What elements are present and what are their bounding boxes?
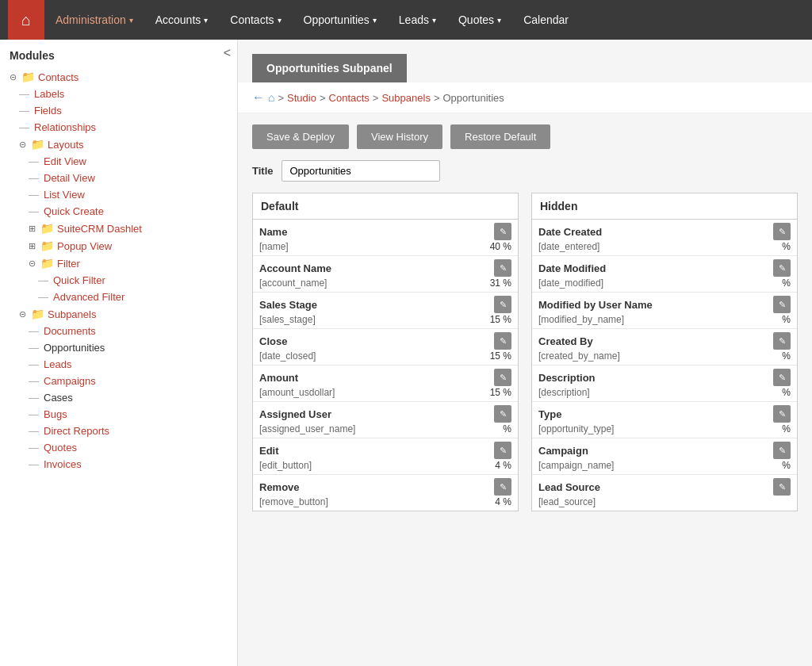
field-edit-button[interactable]: ✎ <box>773 405 791 423</box>
field-pct: 40 % <box>490 241 511 252</box>
field-edit-button[interactable]: ✎ <box>773 478 791 496</box>
field-label: Description <box>538 372 596 384</box>
breadcrumb-subpanels[interactable]: Subpanels <box>381 92 430 104</box>
field-key: [amount_usdollar] <box>259 387 335 398</box>
nav-opportunities[interactable]: Opportunities ▾ <box>293 0 388 40</box>
field-row-description: Description ✎ [description] % <box>532 366 797 402</box>
field-row-name: Name ✎ [name] 40 % <box>253 220 518 256</box>
field-key: [date_modified] <box>538 278 603 289</box>
nav-quotes[interactable]: Quotes ▾ <box>447 0 512 40</box>
sidebar-item-relationships[interactable]: —Relationships <box>0 119 237 136</box>
folder-icon: 📁 <box>31 308 44 320</box>
sidebar-item-bugs[interactable]: —Bugs <box>0 406 237 423</box>
field-edit-button[interactable]: ✎ <box>494 296 511 313</box>
folder-icon: 📁 <box>40 257 54 270</box>
dash-icon: — <box>29 325 39 337</box>
dash-icon: — <box>29 155 39 167</box>
field-edit-button[interactable]: ✎ <box>494 369 511 386</box>
field-key: [campaign_name] <box>538 460 614 471</box>
sidebar-item-quotes[interactable]: —Quotes <box>0 439 237 456</box>
dash-icon: — <box>19 121 29 133</box>
sidebar-item-suitecrm-dashlet[interactable]: ⊞📁SuiteCRM Dashlet <box>0 220 237 237</box>
field-label: Close <box>259 335 287 347</box>
field-edit-button[interactable]: ✎ <box>773 442 791 459</box>
nav-leads[interactable]: Leads ▾ <box>388 0 447 40</box>
field-key: [date_entered] <box>538 241 599 252</box>
field-label: Name <box>259 226 287 238</box>
view-history-button[interactable]: View History <box>357 124 442 149</box>
back-arrow-icon[interactable]: ← <box>252 90 265 105</box>
save-deploy-button[interactable]: Save & Deploy <box>252 124 349 149</box>
sidebar-item-cases[interactable]: —Cases <box>0 389 237 406</box>
breadcrumb-contacts[interactable]: Contacts <box>329 92 370 104</box>
sidebar-item-labels[interactable]: —Labels <box>0 86 237 102</box>
field-edit-button[interactable]: ✎ <box>773 369 791 386</box>
field-edit-button[interactable]: ✎ <box>494 223 511 240</box>
breadcrumb: ← ⌂ > Studio > Contacts > Subpanels > Op… <box>238 82 812 113</box>
dash-icon: — <box>29 189 39 201</box>
field-edit-button[interactable]: ✎ <box>494 259 511 277</box>
home-button[interactable]: ⌂ <box>8 0 44 40</box>
restore-default-button[interactable]: Restore Default <box>450 124 550 149</box>
field-edit-button[interactable]: ✎ <box>494 332 511 350</box>
dash-icon: — <box>29 375 39 387</box>
field-edit-button[interactable]: ✎ <box>494 478 511 496</box>
chevron-down-icon: ▾ <box>497 16 501 25</box>
sidebar-item-direct-reports[interactable]: —Direct Reports <box>0 423 237 439</box>
sidebar-item-subpanels[interactable]: ⊝📁Subpanels <box>0 305 237 323</box>
sidebar-item-quick-filter[interactable]: —Quick Filter <box>0 272 237 289</box>
field-row-created-by: Created By ✎ [created_by_name] % <box>532 329 797 366</box>
field-label: Date Created <box>538 226 602 238</box>
sidebar-item-quick-create[interactable]: —Quick Create <box>0 203 237 220</box>
field-edit-button[interactable]: ✎ <box>773 332 791 350</box>
field-pct: % <box>782 350 791 362</box>
sidebar-item-filter[interactable]: ⊝📁Filter <box>0 255 237 272</box>
dash-icon: — <box>29 172 39 184</box>
field-edit-button[interactable]: ✎ <box>773 296 791 313</box>
title-label: Title <box>252 165 274 177</box>
breadcrumb-current: Opportunities <box>442 92 504 104</box>
sidebar-item-popup-view[interactable]: ⊞📁Popup View <box>0 237 237 255</box>
sidebar-item-detail-view[interactable]: —Detail View <box>0 170 237 186</box>
dash-icon: — <box>38 274 48 286</box>
sidebar: < Modules ⊝📁Contacts—Labels—Fields—Relat… <box>0 40 238 666</box>
field-label: Assigned User <box>259 408 331 420</box>
field-key: [lead_source] <box>538 496 596 507</box>
field-pct: % <box>782 314 791 325</box>
sidebar-item-edit-view[interactable]: —Edit View <box>0 153 237 170</box>
field-key: [remove_button] <box>259 496 328 507</box>
field-key: [description] <box>538 387 590 398</box>
sidebar-item-invoices[interactable]: —Invoices <box>0 456 237 473</box>
breadcrumb-studio[interactable]: Studio <box>287 92 316 104</box>
sidebar-item-fields[interactable]: —Fields <box>0 102 237 119</box>
field-row-date-created: Date Created ✎ [date_entered] % <box>532 220 797 256</box>
sidebar-collapse-button[interactable]: < <box>224 46 231 60</box>
minus-icon: ⊝ <box>19 309 26 320</box>
field-edit-button[interactable]: ✎ <box>494 405 511 423</box>
sidebar-item-leads[interactable]: —Leads <box>0 356 237 373</box>
field-edit-button[interactable]: ✎ <box>773 223 791 240</box>
sidebar-item-layouts[interactable]: ⊝📁Layouts <box>0 136 237 153</box>
sidebar-item-list-view[interactable]: —List View <box>0 186 237 203</box>
field-key: [date_closed] <box>259 350 316 362</box>
sidebar-item-opportunities[interactable]: —Opportunities <box>0 339 237 356</box>
sidebar-item-contacts[interactable]: ⊝📁Contacts <box>0 68 237 86</box>
title-input[interactable] <box>282 160 440 182</box>
nav-administration[interactable]: Administration ▾ <box>44 0 144 40</box>
hidden-subpanel: Hidden Date Created ✎ [date_entered] % D… <box>531 193 798 511</box>
home-breadcrumb-icon[interactable]: ⌂ <box>268 91 274 104</box>
sidebar-item-documents[interactable]: —Documents <box>0 323 237 339</box>
action-bar: Save & Deploy View History Restore Defau… <box>238 113 812 160</box>
field-pct: 15 % <box>490 350 511 362</box>
field-edit-button[interactable]: ✎ <box>494 442 511 459</box>
field-edit-button[interactable]: ✎ <box>773 259 791 277</box>
dash-icon: — <box>29 392 39 404</box>
dash-icon: — <box>29 425 39 437</box>
nav-calendar[interactable]: Calendar <box>512 0 580 40</box>
nav-accounts[interactable]: Accounts ▾ <box>144 0 220 40</box>
sidebar-item-advanced-filter[interactable]: —Advanced Filter <box>0 289 237 305</box>
field-label: Remove <box>259 481 300 493</box>
nav-contacts[interactable]: Contacts ▾ <box>219 0 292 40</box>
sidebar-item-campaigns[interactable]: —Campaigns <box>0 373 237 389</box>
field-pct: 31 % <box>490 278 511 289</box>
